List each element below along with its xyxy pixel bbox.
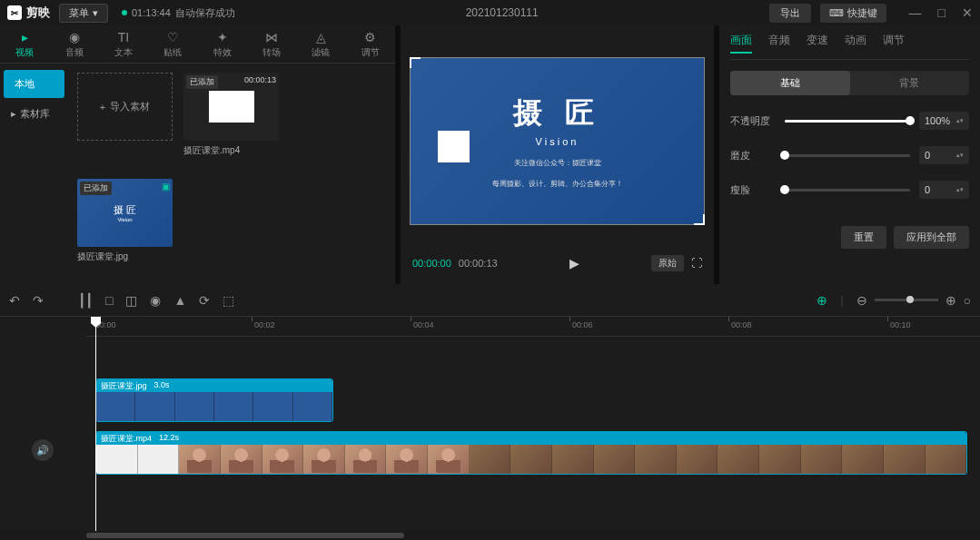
media-panel: ▸视频 ◉音频 TI文本 ♡贴纸 ✦特效 ⋈转场 ◬滤镜 ⚙调节 本地 ▸素材库… <box>0 25 395 284</box>
media-name: 摄匠课堂.jpg <box>77 250 173 263</box>
track-video[interactable]: 摄匠课堂.mp412.2s <box>86 431 980 476</box>
tab-speed[interactable]: 变速 <box>807 33 828 54</box>
clip-image[interactable]: 摄匠课堂.jpg3.0s <box>95 378 333 422</box>
crop-button[interactable]: ◫ <box>125 293 137 308</box>
tab-text[interactable]: TI文本 <box>99 30 148 59</box>
crop2-button[interactable]: ⬚ <box>223 293 234 308</box>
snap-button[interactable]: ⊕ <box>817 293 827 308</box>
timeline-toolbar: ↶ ↷ ┃┃ □ ◫ ◉ ▲ ⟳ ⬚ ⊕ | ⊖ ⊕ ○ <box>0 284 980 317</box>
preview-panel: 摄 匠 Vision 关注微信公众号：摄匠课堂 每周摄影、设计、剪辑、办公合集分… <box>401 25 714 284</box>
transition-icon: ⋈ <box>265 30 278 44</box>
fullscreen-button[interactable]: ⛶ <box>691 257 702 270</box>
zoom-in-button[interactable]: ⊕ <box>945 293 956 308</box>
play-button[interactable]: ▶ <box>505 256 644 270</box>
tracks-area[interactable]: 00:00 00:02 00:04 00:06 00:08 00:10 摄匠课堂… <box>86 317 980 531</box>
autosave-status: 01:13:44 自动保存成功 <box>122 6 235 20</box>
tab-effect[interactable]: ✦特效 <box>198 30 247 59</box>
duration-label: 00:00:13 <box>244 75 276 84</box>
import-button[interactable]: + 导入素材 <box>77 73 173 141</box>
added-badge: 已添加 <box>186 75 218 89</box>
timeline-scrollbar[interactable] <box>0 531 980 540</box>
project-name: 202101230111 <box>244 6 760 19</box>
stepper-icon[interactable]: ▴▾ <box>956 152 964 159</box>
smooth-value[interactable]: 0▴▾ <box>919 146 969 164</box>
tab-transition[interactable]: ⋈转场 <box>247 30 296 59</box>
timeline: ↶ ↷ ┃┃ □ ◫ ◉ ▲ ⟳ ⬚ ⊕ | ⊖ ⊕ ○ 🔊 00:00 00:… <box>0 284 980 540</box>
sticker-icon: ♡ <box>167 30 179 44</box>
apply-all-button[interactable]: 应用到全部 <box>894 226 969 249</box>
save-indicator-icon <box>122 10 127 15</box>
time-current: 00:00:00 <box>412 258 451 269</box>
track-headers: 🔊 <box>0 317 86 531</box>
audio-icon: ◉ <box>69 30 80 44</box>
tab-sticker[interactable]: ♡贴纸 <box>148 30 197 59</box>
video-icon: ▸ <box>22 30 28 44</box>
audio-toggle-button[interactable]: 🔊 <box>32 439 54 461</box>
rotate-button[interactable]: ⟳ <box>199 293 210 308</box>
media-tabs: ▸视频 ◉音频 TI文本 ♡贴纸 ✦特效 ⋈转场 ◬滤镜 ⚙调节 <box>0 25 395 64</box>
added-badge: 已添加 <box>80 182 112 195</box>
clip-video[interactable]: 摄匠课堂.mp412.2s <box>95 431 967 475</box>
smooth-slider[interactable] <box>785 154 910 157</box>
preview-canvas[interactable]: 摄 匠 Vision 关注微信公众号：摄匠课堂 每周摄影、设计、剪辑、办公合集分… <box>410 57 705 225</box>
tab-audio[interactable]: 音频 <box>768 33 790 54</box>
window-controls: — □ ✕ <box>909 5 973 20</box>
shortcut-button[interactable]: ⌨ 快捷键 <box>820 4 886 23</box>
preview-subtitle: Vision <box>536 136 579 147</box>
text-icon: TI <box>118 30 129 44</box>
effect-icon: ✦ <box>217 30 228 44</box>
keyboard-icon: ⌨ <box>829 7 844 19</box>
delete-button[interactable]: □ <box>105 293 113 308</box>
preview-logo-text: 摄 匠 <box>513 93 601 133</box>
preview-line1: 关注微信公众号：摄匠课堂 <box>514 158 601 168</box>
app-name: 剪映 <box>26 5 50 21</box>
stepper-icon[interactable]: ▴▾ <box>956 117 964 124</box>
tab-adjust[interactable]: ⚙调节 <box>346 30 395 59</box>
subtab-bg[interactable]: 背景 <box>850 71 970 95</box>
playhead[interactable] <box>95 317 96 531</box>
subtab-basic[interactable]: 基础 <box>730 71 850 95</box>
zoom-slider[interactable] <box>875 299 938 301</box>
record-button[interactable]: ◉ <box>150 293 161 308</box>
redo-button[interactable]: ↷ <box>33 293 44 308</box>
sidebar-local[interactable]: 本地 <box>4 70 64 98</box>
tab-adjust[interactable]: 调节 <box>883 33 905 54</box>
menu-button[interactable]: 菜单▾ <box>59 4 108 23</box>
ratio-button[interactable]: 原始 <box>651 255 684 271</box>
zoom-out-button[interactable]: ⊖ <box>856 293 867 308</box>
export-button[interactable]: 导出 <box>769 4 811 23</box>
zoom-fit-button[interactable]: ○ <box>964 293 971 308</box>
sub-tabs: 基础 背景 <box>730 71 969 95</box>
face-slider[interactable] <box>785 189 910 191</box>
reset-button[interactable]: 重置 <box>841 226 886 249</box>
tab-anim[interactable]: 动画 <box>845 33 866 54</box>
media-item-video[interactable]: 已添加 00:00:13 摄匠课堂.mp4 <box>183 73 279 157</box>
opacity-slider[interactable] <box>785 120 910 123</box>
track-image[interactable]: 摄匠课堂.jpg3.0s <box>86 378 980 424</box>
qr-code <box>438 131 470 162</box>
tab-picture[interactable]: 画面 <box>730 33 752 54</box>
split-button[interactable]: ┃┃ <box>78 293 93 308</box>
media-name: 摄匠课堂.mp4 <box>183 144 279 157</box>
preview-line2: 每周摄影、设计、剪辑、办公合集分享！ <box>492 179 623 189</box>
props-tabs: 画面 音频 变速 动画 调节 <box>730 33 969 60</box>
mirror-button[interactable]: ▲ <box>173 293 186 308</box>
opacity-label: 不透明度 <box>730 114 776 128</box>
adjust-icon: ⚙ <box>364 30 376 44</box>
maximize-button[interactable]: □ <box>938 5 945 20</box>
stepper-icon[interactable]: ▴▾ <box>956 186 964 193</box>
media-item-image[interactable]: 已添加 ▣ 摄 匠Vision 摄匠课堂.jpg <box>77 179 173 263</box>
opacity-value[interactable]: 100%▴▾ <box>919 112 969 130</box>
close-button[interactable]: ✕ <box>962 5 973 20</box>
scrollbar-thumb[interactable] <box>86 533 404 538</box>
app-logo: ✂ 剪映 <box>7 5 50 21</box>
sidebar-library[interactable]: ▸素材库 <box>0 100 68 128</box>
time-ruler[interactable]: 00:00 00:02 00:04 00:06 00:08 00:10 <box>86 317 980 337</box>
undo-button[interactable]: ↶ <box>9 293 20 308</box>
tab-video[interactable]: ▸视频 <box>0 30 49 59</box>
face-value[interactable]: 0▴▾ <box>919 181 969 199</box>
minimize-button[interactable]: — <box>909 5 922 20</box>
tab-filter[interactable]: ◬滤镜 <box>296 30 345 59</box>
tab-audio[interactable]: ◉音频 <box>49 30 98 59</box>
filter-icon: ◬ <box>316 30 326 44</box>
